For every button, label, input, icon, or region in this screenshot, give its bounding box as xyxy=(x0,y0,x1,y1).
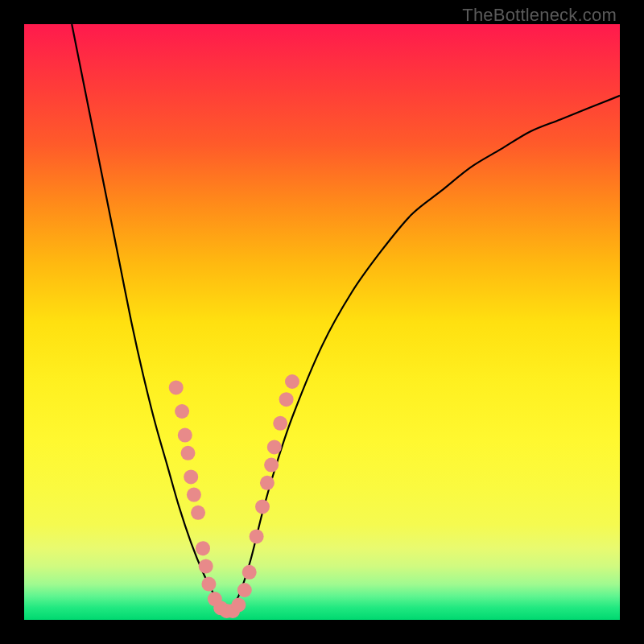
dot xyxy=(237,583,252,597)
dot xyxy=(201,577,216,592)
dot xyxy=(285,374,299,389)
dot xyxy=(187,488,201,502)
dot xyxy=(231,598,246,613)
dot xyxy=(267,440,282,454)
overlay-dots xyxy=(169,374,299,618)
dot xyxy=(191,506,205,520)
dot xyxy=(181,446,196,460)
dot xyxy=(242,565,257,580)
curve-right xyxy=(227,96,620,614)
watermark-text: TheBottleneck.com xyxy=(462,5,617,26)
curve-left xyxy=(72,24,226,614)
dot xyxy=(178,428,192,443)
dot xyxy=(184,469,198,484)
dot xyxy=(279,392,294,407)
dot xyxy=(264,458,279,473)
dot xyxy=(260,476,275,490)
plot-area xyxy=(24,24,620,620)
dot xyxy=(273,416,287,431)
dot xyxy=(255,499,270,514)
chart-frame: TheBottleneck.com xyxy=(0,0,644,644)
dot xyxy=(175,404,189,419)
dot xyxy=(199,559,213,573)
dot xyxy=(250,529,264,543)
dot xyxy=(169,380,184,394)
dot xyxy=(196,541,210,555)
chart-svg xyxy=(24,24,620,620)
